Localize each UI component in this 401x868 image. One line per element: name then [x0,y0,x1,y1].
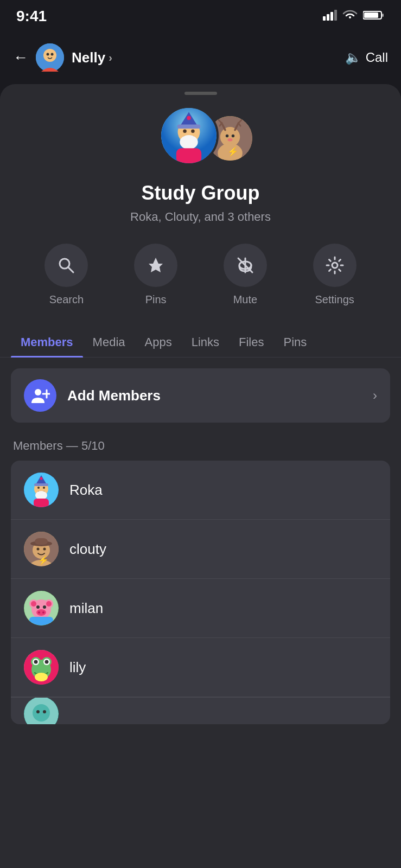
svg-point-9 [47,53,49,56]
signal-icon [323,10,337,23]
svg-line-38 [68,267,73,272]
member-item[interactable]: ⚡ clouty [11,520,390,579]
svg-point-42 [35,389,41,395]
tab-pins[interactable]: Pins [273,328,316,357]
svg-point-61 [37,548,40,551]
svg-rect-1 [327,14,329,21]
svg-point-32 [225,135,228,137]
group-avatars: ⚡ [0,106,401,171]
pins-icon [134,244,177,287]
nav-left: ← Nelly › [13,43,112,72]
svg-point-92 [36,710,40,713]
modal-sheet: ⚡ Study Group Roka, Clouty, and 3 others… [0,84,401,868]
battery-icon [363,10,385,23]
svg-point-93 [43,710,46,713]
nav-chevron-icon: › [109,52,112,64]
svg-rect-6 [382,14,384,17]
tab-media[interactable]: Media [83,328,135,357]
svg-point-52 [43,487,45,489]
svg-point-10 [51,53,54,56]
member-avatar-milan [24,591,59,626]
svg-point-74 [36,609,46,616]
tabs-bar: Members Media Apps Links Files Pins [0,328,401,358]
svg-rect-0 [323,16,326,21]
add-members-card[interactable]: Add Members › [11,368,390,423]
svg-point-86 [45,660,49,664]
svg-point-62 [43,548,46,551]
svg-point-70 [31,601,36,607]
pins-action-label: Pins [145,293,167,306]
tab-links[interactable]: Links [182,328,229,357]
svg-point-34 [227,138,232,141]
member-name-milan: milan [69,600,103,617]
pins-action-button[interactable]: Pins [134,244,177,306]
settings-action-label: Settings [315,293,354,306]
svg-rect-3 [334,10,337,21]
status-bar: 9:41 [0,0,401,29]
svg-point-18 [183,129,186,132]
nav-user-info: Nelly › [72,49,112,66]
member-avatar-extra [24,697,59,724]
members-list: Roka [11,461,390,724]
svg-rect-5 [364,12,378,18]
mute-action-button[interactable]: Mute [224,244,267,306]
svg-point-19 [191,129,194,132]
member-avatar-lily [24,650,59,685]
svg-point-50 [40,477,43,480]
member-avatar-clouty: ⚡ [24,532,59,566]
svg-point-71 [46,601,52,607]
member-name-lily: lily [69,659,86,676]
svg-point-33 [231,135,234,137]
settings-action-button[interactable]: Settings [313,244,357,306]
tab-members[interactable]: Members [11,328,83,357]
search-action-button[interactable]: Search [44,244,88,306]
svg-point-85 [34,660,38,664]
add-members-label: Add Members [67,387,373,404]
group-members-description: Roka, Clouty, and 3 others [0,210,401,224]
svg-text:⚡: ⚡ [38,555,49,565]
mute-action-label: Mute [233,293,257,306]
member-item-partial[interactable] [11,697,390,724]
svg-point-53 [35,491,47,500]
svg-rect-54 [34,499,49,507]
member-name-roka: Roka [69,482,103,499]
wifi-icon [342,10,358,23]
search-icon [44,244,88,287]
member-name-clouty: clouty [69,541,106,558]
svg-rect-16 [177,125,200,129]
search-action-label: Search [49,293,84,306]
tab-apps[interactable]: Apps [135,328,182,357]
svg-point-91 [33,704,50,722]
speaker-icon: 🔈 [345,50,361,65]
svg-point-41 [332,263,338,268]
svg-text:⚡: ⚡ [227,146,239,157]
content-area: Add Members › Members — 5/10 [0,358,401,724]
svg-rect-77 [29,617,53,626]
status-time: 9:41 [16,8,47,25]
nav-title: Nelly › [72,49,112,66]
member-item[interactable]: lily [11,638,390,697]
svg-rect-21 [176,148,201,163]
tab-files[interactable]: Files [229,328,273,357]
member-item[interactable]: Roka [11,461,390,520]
back-button[interactable]: ← [13,49,28,66]
member-avatar-roka [24,473,59,507]
nav-avatar [36,43,64,72]
nav-username: Nelly [72,49,105,66]
call-button[interactable]: 🔈 Call [345,50,388,65]
settings-icon [313,244,357,287]
drag-handle[interactable] [184,92,217,95]
add-members-chevron-icon: › [373,388,377,403]
mute-icon [224,244,267,287]
svg-rect-2 [330,12,333,21]
member-item[interactable]: milan [11,579,390,638]
nav-right: 🔈 Call [345,50,388,65]
svg-point-87 [35,673,48,681]
svg-point-8 [43,49,56,62]
group-name: Study Group [0,182,401,205]
svg-point-73 [43,605,46,609]
svg-rect-60 [35,538,48,545]
call-label: Call [366,50,388,65]
svg-point-76 [42,611,44,614]
svg-point-17 [187,116,190,120]
